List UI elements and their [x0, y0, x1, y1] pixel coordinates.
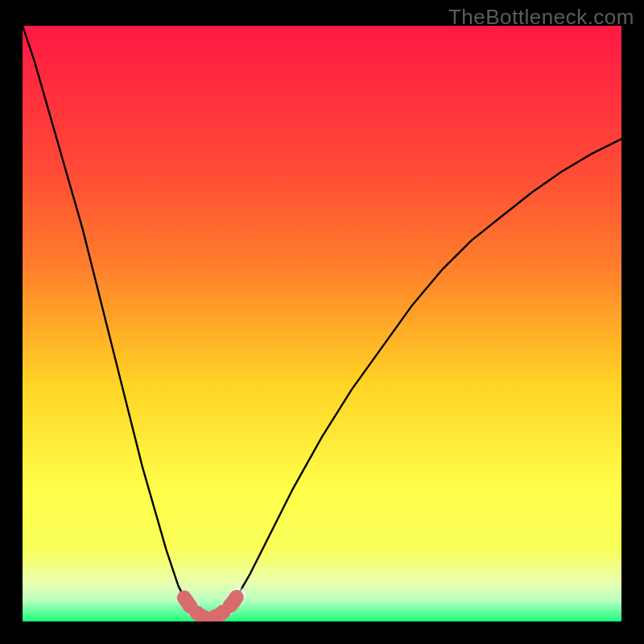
bottleneck-curve-plot	[23, 26, 621, 621]
chart-container: TheBottleneck.com	[0, 0, 644, 644]
bottleneck-chart-svg	[23, 26, 621, 621]
svg-rect-0	[23, 26, 621, 621]
